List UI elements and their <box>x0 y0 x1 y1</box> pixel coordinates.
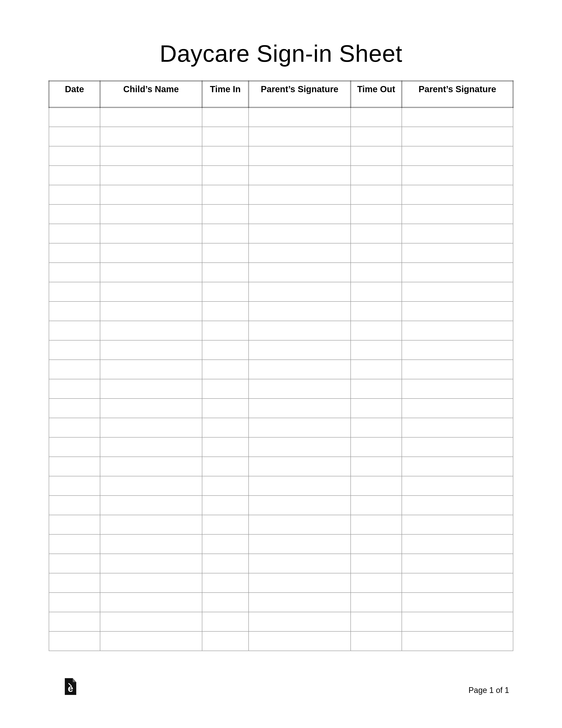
table-cell[interactable] <box>402 243 513 263</box>
table-cell[interactable] <box>49 476 100 496</box>
table-cell[interactable] <box>202 631 249 651</box>
table-cell[interactable] <box>249 399 351 418</box>
table-cell[interactable] <box>249 127 351 146</box>
table-cell[interactable] <box>249 457 351 476</box>
table-cell[interactable] <box>202 224 249 243</box>
table-cell[interactable] <box>249 185 351 204</box>
table-cell[interactable] <box>351 515 402 534</box>
table-cell[interactable] <box>202 243 249 263</box>
table-cell[interactable] <box>49 107 100 127</box>
table-cell[interactable] <box>100 457 202 476</box>
table-cell[interactable] <box>100 263 202 282</box>
table-cell[interactable] <box>100 476 202 496</box>
table-cell[interactable] <box>100 243 202 263</box>
table-cell[interactable] <box>249 496 351 515</box>
table-cell[interactable] <box>202 476 249 496</box>
table-cell[interactable] <box>351 399 402 418</box>
table-cell[interactable] <box>100 496 202 515</box>
table-cell[interactable] <box>402 282 513 301</box>
table-cell[interactable] <box>202 146 249 166</box>
table-cell[interactable] <box>100 534 202 554</box>
table-cell[interactable] <box>402 263 513 282</box>
table-cell[interactable] <box>402 321 513 340</box>
table-cell[interactable] <box>402 418 513 437</box>
table-cell[interactable] <box>202 593 249 612</box>
table-cell[interactable] <box>49 515 100 534</box>
table-cell[interactable] <box>202 457 249 476</box>
table-cell[interactable] <box>402 593 513 612</box>
table-cell[interactable] <box>49 282 100 301</box>
table-cell[interactable] <box>202 185 249 204</box>
table-cell[interactable] <box>202 418 249 437</box>
table-cell[interactable] <box>402 127 513 146</box>
table-cell[interactable] <box>202 379 249 399</box>
table-cell[interactable] <box>402 437 513 457</box>
table-cell[interactable] <box>202 204 249 224</box>
table-cell[interactable] <box>202 340 249 360</box>
table-cell[interactable] <box>249 107 351 127</box>
table-cell[interactable] <box>49 418 100 437</box>
table-cell[interactable] <box>100 631 202 651</box>
table-cell[interactable] <box>249 515 351 534</box>
table-cell[interactable] <box>249 360 351 379</box>
table-cell[interactable] <box>202 166 249 185</box>
table-cell[interactable] <box>249 301 351 321</box>
table-cell[interactable] <box>351 457 402 476</box>
table-cell[interactable] <box>402 612 513 631</box>
table-cell[interactable] <box>351 593 402 612</box>
table-cell[interactable] <box>249 204 351 224</box>
table-cell[interactable] <box>100 360 202 379</box>
table-cell[interactable] <box>49 243 100 263</box>
table-cell[interactable] <box>402 554 513 573</box>
table-cell[interactable] <box>49 360 100 379</box>
table-cell[interactable] <box>402 146 513 166</box>
table-cell[interactable] <box>402 457 513 476</box>
table-cell[interactable] <box>49 573 100 593</box>
table-cell[interactable] <box>351 554 402 573</box>
table-cell[interactable] <box>402 166 513 185</box>
table-cell[interactable] <box>402 360 513 379</box>
table-cell[interactable] <box>249 554 351 573</box>
table-cell[interactable] <box>100 418 202 437</box>
table-cell[interactable] <box>100 146 202 166</box>
table-cell[interactable] <box>202 127 249 146</box>
table-cell[interactable] <box>202 554 249 573</box>
table-cell[interactable] <box>351 301 402 321</box>
table-cell[interactable] <box>49 204 100 224</box>
table-cell[interactable] <box>351 340 402 360</box>
table-cell[interactable] <box>49 631 100 651</box>
table-cell[interactable] <box>49 593 100 612</box>
table-cell[interactable] <box>49 612 100 631</box>
table-cell[interactable] <box>249 321 351 340</box>
table-cell[interactable] <box>351 146 402 166</box>
table-cell[interactable] <box>249 573 351 593</box>
table-cell[interactable] <box>351 360 402 379</box>
table-cell[interactable] <box>351 496 402 515</box>
table-cell[interactable] <box>351 437 402 457</box>
table-cell[interactable] <box>402 204 513 224</box>
table-cell[interactable] <box>49 166 100 185</box>
table-cell[interactable] <box>100 515 202 534</box>
table-cell[interactable] <box>202 107 249 127</box>
table-cell[interactable] <box>249 631 351 651</box>
table-cell[interactable] <box>249 282 351 301</box>
table-cell[interactable] <box>49 263 100 282</box>
table-cell[interactable] <box>202 437 249 457</box>
table-cell[interactable] <box>402 573 513 593</box>
table-cell[interactable] <box>351 476 402 496</box>
table-cell[interactable] <box>202 496 249 515</box>
table-cell[interactable] <box>351 631 402 651</box>
table-cell[interactable] <box>49 496 100 515</box>
table-cell[interactable] <box>49 127 100 146</box>
table-cell[interactable] <box>49 340 100 360</box>
table-cell[interactable] <box>49 379 100 399</box>
table-cell[interactable] <box>49 146 100 166</box>
table-cell[interactable] <box>202 282 249 301</box>
table-cell[interactable] <box>100 127 202 146</box>
table-cell[interactable] <box>202 534 249 554</box>
table-cell[interactable] <box>402 476 513 496</box>
table-cell[interactable] <box>249 146 351 166</box>
table-cell[interactable] <box>202 612 249 631</box>
table-cell[interactable] <box>100 301 202 321</box>
table-cell[interactable] <box>202 360 249 379</box>
